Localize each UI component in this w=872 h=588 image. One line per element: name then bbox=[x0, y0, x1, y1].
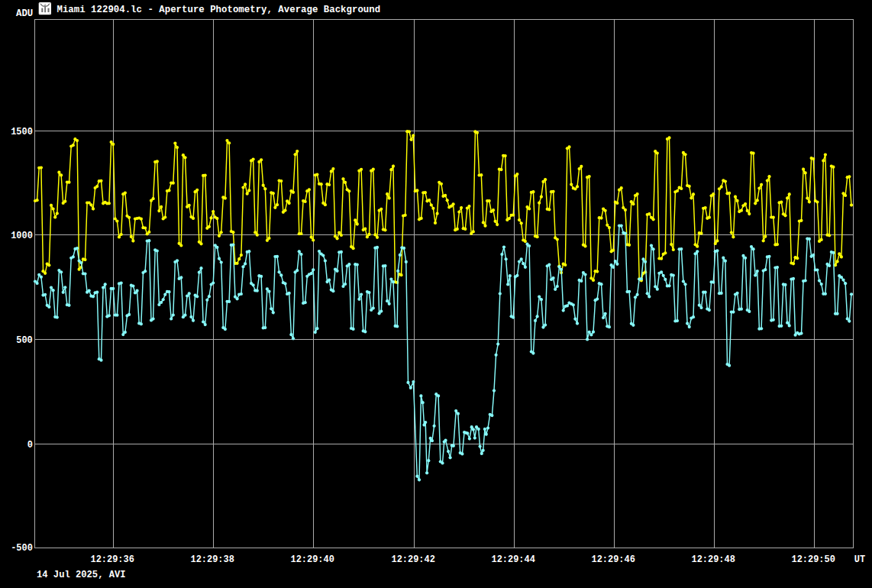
svg-text:14 Jul 2025, AVI: 14 Jul 2025, AVI bbox=[37, 570, 126, 580]
svg-text:12:29:48: 12:29:48 bbox=[692, 554, 735, 565]
svg-text:1500: 1500 bbox=[11, 127, 33, 137]
svg-text:12:29:36: 12:29:36 bbox=[91, 554, 134, 565]
svg-text:12:29:38: 12:29:38 bbox=[191, 554, 234, 565]
svg-text:500: 500 bbox=[16, 335, 33, 346]
svg-text:12:29:44: 12:29:44 bbox=[492, 554, 535, 565]
svg-text:ADU: ADU bbox=[16, 8, 33, 19]
svg-text:-500: -500 bbox=[11, 543, 33, 554]
svg-text:12:29:42: 12:29:42 bbox=[392, 554, 435, 565]
svg-text:Miami 122904.lc - Aperture Pho: Miami 122904.lc - Aperture Photometry, A… bbox=[57, 5, 381, 15]
svg-text:UT: UT bbox=[854, 554, 865, 565]
svg-text:1000: 1000 bbox=[11, 231, 33, 241]
svg-text:12:29:46: 12:29:46 bbox=[592, 554, 635, 565]
svg-text:0: 0 bbox=[27, 440, 33, 451]
svg-text:12:29:40: 12:29:40 bbox=[291, 554, 334, 565]
svg-text:12:29:50: 12:29:50 bbox=[792, 554, 835, 565]
